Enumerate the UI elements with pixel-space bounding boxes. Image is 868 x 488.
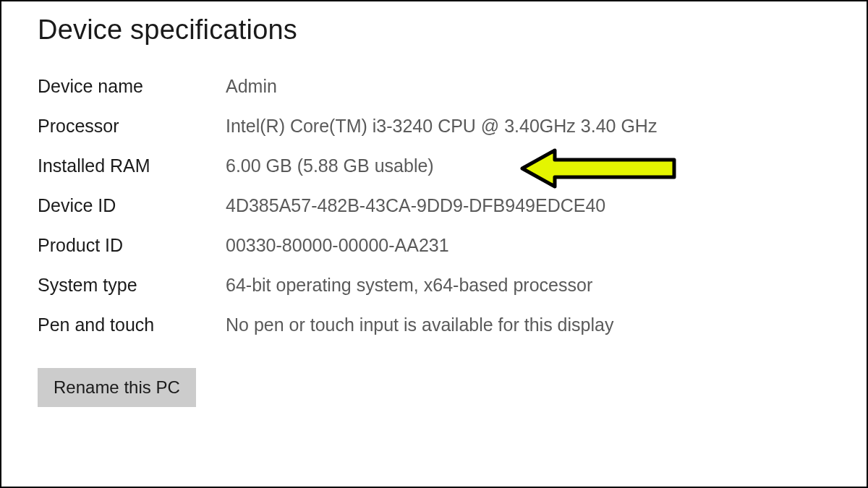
- spec-label: Product ID: [38, 235, 226, 256]
- spec-row-pen-touch: Pen and touch No pen or touch input is a…: [38, 314, 830, 335]
- spec-row-device-name: Device name Admin: [38, 76, 830, 97]
- spec-value: 4D385A57-482B-43CA-9DD9-DFB949EDCE40: [226, 195, 605, 216]
- spec-value: 00330-80000-00000-AA231: [226, 235, 449, 256]
- spec-value: 64-bit operating system, x64-based proce…: [226, 275, 592, 296]
- spec-value: No pen or touch input is available for t…: [226, 314, 613, 335]
- spec-label: Installed RAM: [38, 155, 226, 176]
- spec-value: 6.00 GB (5.88 GB usable): [226, 155, 434, 176]
- spec-row-processor: Processor Intel(R) Core(TM) i3-3240 CPU …: [38, 116, 830, 137]
- spec-value: Intel(R) Core(TM) i3-3240 CPU @ 3.40GHz …: [226, 116, 657, 137]
- spec-row-installed-ram: Installed RAM 6.00 GB (5.88 GB usable): [38, 155, 830, 176]
- specs-table: Device name Admin Processor Intel(R) Cor…: [38, 76, 830, 335]
- device-specifications-heading: Device specifications: [38, 14, 830, 46]
- spec-row-system-type: System type 64-bit operating system, x64…: [38, 275, 830, 296]
- spec-row-product-id: Product ID 00330-80000-00000-AA231: [38, 235, 830, 256]
- spec-label: Processor: [38, 116, 226, 137]
- spec-row-device-id: Device ID 4D385A57-482B-43CA-9DD9-DFB949…: [38, 195, 830, 216]
- spec-label: Device ID: [38, 195, 226, 216]
- spec-label: Device name: [38, 76, 226, 97]
- spec-value: Admin: [226, 76, 277, 97]
- spec-label: Pen and touch: [38, 314, 226, 335]
- arrow-left-icon: [515, 146, 681, 191]
- spec-label: System type: [38, 275, 226, 296]
- rename-pc-button[interactable]: Rename this PC: [38, 368, 196, 407]
